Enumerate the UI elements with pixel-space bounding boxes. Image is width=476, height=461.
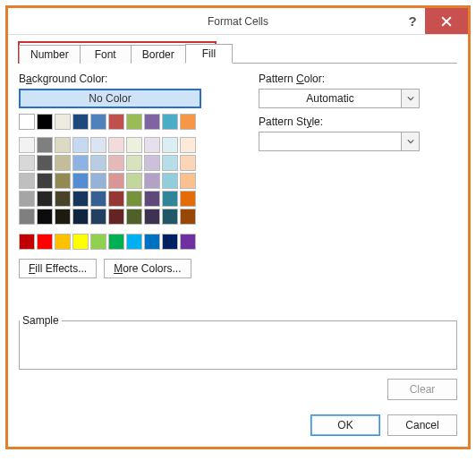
color-swatch[interactable]	[126, 155, 142, 171]
color-swatch[interactable]	[72, 209, 89, 225]
color-swatch[interactable]	[144, 173, 160, 189]
color-swatch[interactable]	[108, 155, 124, 171]
color-swatch[interactable]	[37, 114, 53, 130]
color-swatch[interactable]	[180, 155, 196, 171]
color-swatch[interactable]	[37, 234, 53, 250]
tab-number[interactable]: Number	[19, 45, 81, 64]
color-swatch[interactable]	[144, 114, 160, 130]
titlebar: Format Cells ?	[8, 8, 468, 35]
color-swatch[interactable]	[90, 114, 106, 130]
ok-button[interactable]: OK	[310, 414, 380, 436]
color-swatch[interactable]	[90, 155, 106, 171]
sample-label: Sample	[20, 314, 62, 327]
pattern-style-label: Pattern Style:	[259, 115, 420, 128]
help-button[interactable]: ?	[400, 8, 425, 34]
color-swatch[interactable]	[37, 209, 53, 225]
color-swatch[interactable]	[72, 234, 89, 250]
color-swatch[interactable]	[55, 234, 71, 250]
color-swatch[interactable]	[19, 209, 35, 225]
color-swatch[interactable]	[37, 191, 53, 207]
color-swatch[interactable]	[19, 191, 35, 207]
color-swatch[interactable]	[144, 191, 160, 207]
color-swatch[interactable]	[19, 137, 35, 153]
color-swatch[interactable]	[144, 155, 160, 171]
color-swatch[interactable]	[55, 114, 71, 130]
color-swatch[interactable]	[162, 173, 178, 189]
close-button[interactable]	[425, 8, 468, 34]
dialog-title: Format Cells	[208, 15, 268, 28]
color-swatch[interactable]	[37, 155, 53, 171]
pattern-color-label: Pattern Color:	[259, 73, 420, 85]
standard-colors-row	[19, 234, 234, 250]
color-swatch[interactable]	[144, 209, 160, 225]
color-swatch[interactable]	[90, 209, 106, 225]
color-swatch[interactable]	[180, 234, 196, 250]
color-swatch[interactable]	[37, 137, 53, 153]
color-swatch[interactable]	[126, 209, 142, 225]
more-colors-button[interactable]: More Colors...	[104, 259, 191, 278]
color-swatch[interactable]	[90, 234, 106, 250]
color-swatch[interactable]	[108, 191, 124, 207]
cancel-button[interactable]: Cancel	[387, 414, 457, 436]
color-swatch[interactable]	[72, 173, 89, 189]
color-swatch[interactable]	[19, 173, 35, 189]
fill-effects-button[interactable]: Fill Effects...	[19, 259, 97, 278]
color-swatch[interactable]	[72, 114, 89, 130]
color-swatch[interactable]	[108, 173, 124, 189]
chevron-down-icon	[401, 90, 419, 107]
color-swatch[interactable]	[72, 155, 89, 171]
color-swatch[interactable]	[55, 173, 71, 189]
color-swatch[interactable]	[162, 234, 178, 250]
color-swatch[interactable]	[180, 114, 196, 130]
color-swatch[interactable]	[55, 155, 71, 171]
pattern-color-value: Automatic	[259, 92, 401, 105]
theme-tints-grid	[19, 137, 234, 225]
color-swatch[interactable]	[126, 137, 142, 153]
sample-box: Sample	[19, 314, 457, 370]
color-swatch[interactable]	[55, 209, 71, 225]
color-swatch[interactable]	[162, 209, 178, 225]
format-cells-dialog: Format Cells ? Number Font Border Fill B…	[5, 5, 471, 449]
color-swatch[interactable]	[162, 114, 178, 130]
color-swatch[interactable]	[55, 191, 71, 207]
color-swatch[interactable]	[19, 234, 35, 250]
color-swatch[interactable]	[108, 114, 124, 130]
color-swatch[interactable]	[180, 191, 196, 207]
color-swatch[interactable]	[55, 137, 71, 153]
color-swatch[interactable]	[90, 137, 106, 153]
color-swatch[interactable]	[108, 209, 124, 225]
color-swatch[interactable]	[72, 137, 89, 153]
color-swatch[interactable]	[72, 191, 89, 207]
no-color-button[interactable]: No Color	[19, 89, 201, 108]
tabs: Number Font Border Fill	[19, 42, 457, 64]
color-swatch[interactable]	[90, 173, 106, 189]
color-swatch[interactable]	[144, 137, 160, 153]
chevron-down-icon	[401, 132, 419, 150]
clear-button[interactable]: Clear	[387, 379, 457, 400]
color-swatch[interactable]	[37, 173, 53, 189]
theme-colors-row	[19, 114, 234, 130]
color-swatch[interactable]	[126, 234, 142, 250]
color-swatch[interactable]	[126, 191, 142, 207]
color-swatch[interactable]	[19, 114, 35, 130]
color-swatch[interactable]	[126, 114, 142, 130]
color-swatch[interactable]	[90, 191, 106, 207]
tab-border[interactable]: Border	[131, 45, 186, 64]
color-swatch[interactable]	[180, 137, 196, 153]
color-swatch[interactable]	[162, 191, 178, 207]
pattern-style-dropdown[interactable]	[259, 132, 420, 151]
background-color-label: Background Color:	[19, 73, 234, 85]
close-icon	[441, 16, 452, 27]
color-swatch[interactable]	[162, 155, 178, 171]
color-swatch[interactable]	[126, 173, 142, 189]
color-swatch[interactable]	[108, 234, 124, 250]
color-swatch[interactable]	[162, 137, 178, 153]
tab-font[interactable]: Font	[80, 45, 132, 64]
tab-fill[interactable]: Fill	[185, 44, 233, 64]
color-swatch[interactable]	[180, 173, 196, 189]
color-swatch[interactable]	[19, 155, 35, 171]
color-swatch[interactable]	[180, 209, 196, 225]
pattern-color-dropdown[interactable]: Automatic	[259, 89, 420, 108]
color-swatch[interactable]	[144, 234, 160, 250]
color-swatch[interactable]	[108, 137, 124, 153]
